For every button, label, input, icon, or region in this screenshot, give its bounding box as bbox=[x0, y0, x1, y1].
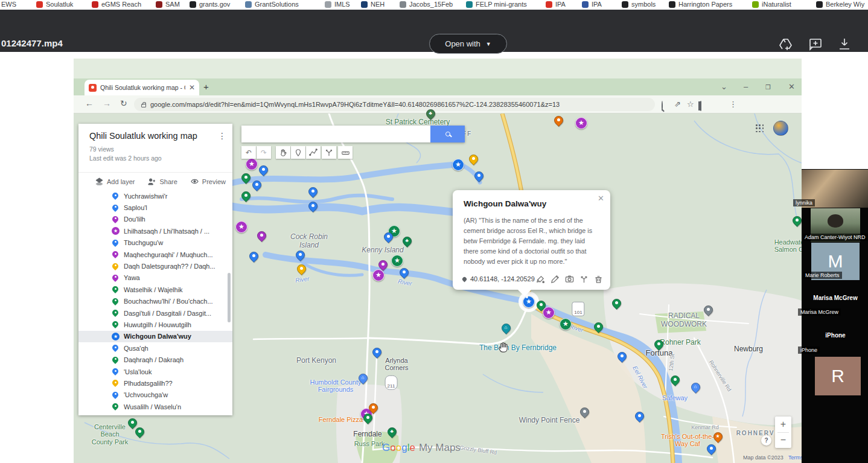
layer-item-label: Huwutgilh / Houwutgilh bbox=[124, 321, 191, 328]
measure-tool[interactable] bbox=[338, 146, 353, 159]
participant-tile[interactable]: Adam Canter-Wiyot NRD bbox=[811, 208, 860, 242]
bookmark-item[interactable]: NEH bbox=[361, 1, 385, 8]
layer-item[interactable]: Dasgi'tuli / Dasgitali / Dasgit... bbox=[78, 307, 232, 319]
participant-tile[interactable]: M Marie Roberts bbox=[811, 243, 860, 280]
close-icon[interactable]: ✕ bbox=[598, 194, 604, 203]
new-tab-button[interactable]: + bbox=[203, 81, 209, 92]
window-close-icon[interactable]: ✕ bbox=[788, 82, 795, 91]
bookmark-star-icon[interactable]: ☆ bbox=[687, 100, 694, 109]
side-panel-icon[interactable] bbox=[700, 101, 701, 110]
terms-link[interactable]: Terms bbox=[788, 455, 803, 461]
layer-item[interactable]: 'Uchvouchga'w bbox=[78, 389, 232, 401]
layer-item[interactable]: Watselhik / Wajelhik bbox=[78, 284, 232, 295]
layer-item[interactable]: Plhudatsgalilh?? bbox=[78, 377, 232, 389]
add-shortcut-to-drive-icon[interactable] bbox=[777, 36, 793, 52]
add-layer-button[interactable]: Add layer bbox=[95, 177, 135, 185]
delete-icon[interactable] bbox=[594, 275, 603, 284]
layer-pin-icon bbox=[112, 216, 119, 223]
share-button[interactable]: Share bbox=[148, 177, 177, 185]
participant-tile[interactable]: lynnika bbox=[802, 170, 868, 208]
add-directions-tool[interactable] bbox=[322, 146, 336, 159]
bookmark-item[interactable]: IPA bbox=[582, 1, 602, 8]
layer-item[interactable]: Qusa'qh bbox=[78, 342, 232, 354]
window-maximize-icon[interactable]: ❒ bbox=[765, 84, 771, 91]
bookmark-item[interactable]: SAM bbox=[156, 1, 180, 8]
address-bar[interactable]: google.com/maps/d/edit?hl=en&mid=1QmWvyn… bbox=[134, 98, 655, 111]
bookmark-item[interactable]: IPA bbox=[546, 1, 566, 8]
google-apps-grid-icon[interactable] bbox=[756, 124, 764, 133]
layer-item[interactable]: Maqhechguraqhi' / Muqhuch... bbox=[78, 249, 232, 260]
layer-item[interactable]: Lhilhatsaqh / Lhi'lhatsaqh / ... bbox=[78, 225, 232, 237]
back-icon[interactable]: ← bbox=[85, 98, 94, 108]
redo-button[interactable]: ↷ bbox=[257, 146, 271, 159]
share-icon[interactable]: ⇗ bbox=[674, 100, 681, 109]
layer-item[interactable]: Daqhraqh / Dakraqh bbox=[78, 354, 232, 365]
bookmark-item[interactable]: iNaturalist bbox=[752, 1, 791, 8]
search-input[interactable] bbox=[241, 126, 430, 142]
layer-item-label: Daqhraqh / Dakraqh bbox=[124, 356, 183, 363]
draw-line-tool[interactable] bbox=[306, 146, 321, 159]
bookmark-item[interactable]: Jacobs_15Feb bbox=[400, 1, 453, 8]
bookmark-item[interactable]: EWS bbox=[1, 1, 16, 8]
participant-tile[interactable]: R bbox=[815, 357, 861, 395]
bookmark-favicon bbox=[622, 1, 628, 8]
layer-item[interactable]: Bouchachwu'lhi' / Bou'chach... bbox=[78, 296, 232, 307]
browser-tab[interactable]: Qhili Soulatluk working map - G ✕ bbox=[85, 80, 199, 95]
preview-button[interactable]: Preview bbox=[191, 177, 226, 185]
help-button[interactable]: ? bbox=[761, 435, 771, 445]
layer-item[interactable]: Tbuchgugu'w bbox=[78, 237, 232, 249]
bookmark-item[interactable]: FELP mini-grants bbox=[466, 1, 527, 8]
layer-item[interactable]: Yuchrawishwi'r bbox=[78, 190, 232, 202]
layer-item[interactable]: Wusalilh / Waselu'n bbox=[78, 401, 232, 412]
camera-icon[interactable] bbox=[565, 275, 574, 284]
popup-title: Wichgoun Dalwa'wuy bbox=[464, 199, 546, 208]
window-minimize-icon[interactable]: – bbox=[744, 82, 748, 91]
select-hand-tool[interactable] bbox=[276, 146, 290, 159]
add-comment-icon[interactable] bbox=[808, 36, 823, 52]
bookmark-item[interactable]: Harrington Papers bbox=[669, 1, 732, 8]
open-with-button[interactable]: Open with ▼ bbox=[429, 34, 507, 54]
map-search-box[interactable] bbox=[241, 126, 465, 142]
watermark-letter: G bbox=[382, 442, 390, 454]
bookmark-item[interactable]: eGMS Reach bbox=[92, 1, 141, 8]
forward-icon[interactable]: → bbox=[103, 98, 111, 108]
bookmark-item[interactable]: Berkeley Wiy bbox=[816, 1, 864, 8]
layer-item[interactable]: Saplou'l bbox=[78, 202, 232, 213]
layer-item[interactable]: Yawa bbox=[78, 272, 232, 284]
participant-tile[interactable]: iPhone iPhone bbox=[806, 319, 864, 355]
bookmark-item[interactable]: Soulatluk bbox=[36, 1, 73, 8]
bookmark-item[interactable]: grants.gov bbox=[190, 1, 230, 8]
panel-menu-icon[interactable]: ⋮ bbox=[218, 131, 226, 141]
pin-dot bbox=[638, 414, 641, 417]
search-icon[interactable] bbox=[662, 101, 663, 110]
layer-item[interactable]: 'Usla'louk bbox=[78, 366, 232, 377]
bookmark-item[interactable]: symbols bbox=[622, 1, 656, 8]
edit-icon[interactable] bbox=[550, 275, 560, 284]
add-marker-tool[interactable] bbox=[291, 146, 305, 159]
style-icon[interactable] bbox=[536, 275, 545, 284]
participant-tile[interactable]: Marisa McGrew Marisa McGrew bbox=[806, 282, 864, 317]
participant-name: iPhone bbox=[806, 332, 864, 339]
layer-item[interactable]: Wichgoun Dalwa'wuy bbox=[78, 331, 232, 342]
undo-button[interactable]: ↶ bbox=[241, 146, 256, 159]
tab-close-icon[interactable]: ✕ bbox=[189, 83, 195, 92]
layer-item[interactable]: Dou'lilh bbox=[78, 214, 232, 225]
zoom-out-button[interactable]: − bbox=[775, 433, 791, 449]
zoom-in-button[interactable]: + bbox=[775, 417, 791, 432]
bookmark-item[interactable]: GrantSolutions bbox=[245, 1, 299, 8]
participant-label: lynnika bbox=[793, 199, 815, 206]
browser-menu-icon[interactable]: ⋮ bbox=[729, 100, 737, 109]
download-icon[interactable] bbox=[837, 36, 852, 52]
layer-item-label: Qusa'qh bbox=[124, 345, 148, 352]
bookmark-favicon bbox=[752, 1, 759, 8]
layer-item[interactable]: Daqh Daletsguraqh?? / Daqh... bbox=[78, 260, 232, 272]
account-avatar[interactable] bbox=[773, 121, 788, 136]
panel-scrollbar[interactable] bbox=[228, 273, 231, 322]
directions-icon[interactable] bbox=[579, 275, 589, 284]
search-button[interactable] bbox=[430, 126, 465, 142]
bookmark-label: iNaturalist bbox=[762, 1, 791, 8]
window-restore-chevron-icon[interactable]: ⌄ bbox=[721, 82, 727, 91]
bookmark-item[interactable]: IMLS bbox=[325, 1, 350, 8]
layer-item[interactable]: Huwutgilh / Houwutgilh bbox=[78, 319, 232, 330]
reload-icon[interactable]: ↻ bbox=[120, 98, 127, 108]
